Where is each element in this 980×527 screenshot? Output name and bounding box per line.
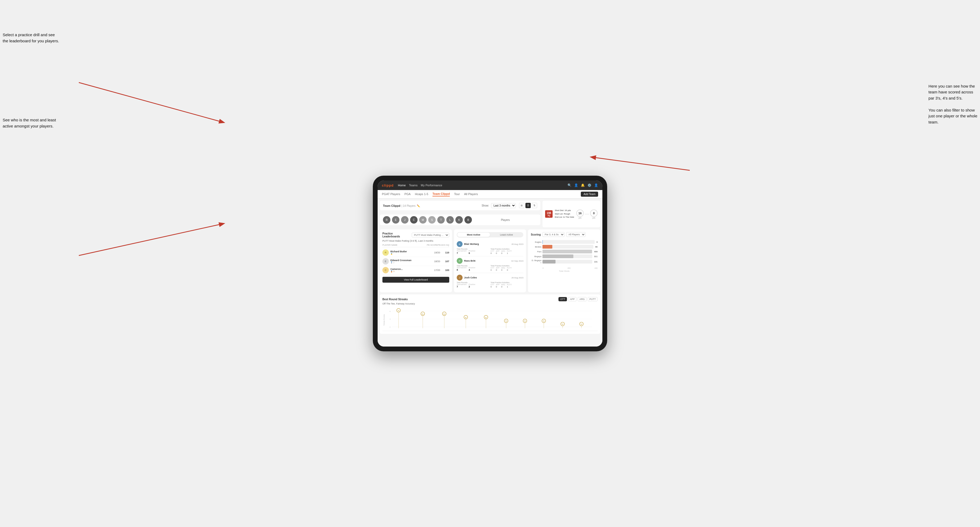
edit-icon[interactable]: ✏️ <box>417 205 420 207</box>
avatar-7: T <box>437 216 445 224</box>
leaderboard-row-2: E Edward Crossman 🥈 2 18/20 107 <box>382 257 449 266</box>
nav-performance[interactable]: My Performance <box>421 184 442 187</box>
players-label: Players <box>501 219 510 221</box>
view-leaderboard-button[interactable]: View Full Leaderboard <box>382 277 449 283</box>
activity-name-3: Josh Coles <box>464 276 510 279</box>
avatar-4: C <box>410 216 418 224</box>
activity-avatar-2: R <box>457 258 463 264</box>
main-content: Team Clippd | 14 Players ✏️ Show: Last 3… <box>378 198 602 346</box>
svg-text:4x: 4x <box>524 320 526 322</box>
axis-title: Total Shots <box>531 270 598 272</box>
activity-player-1: B Blair McHarg 26 Aug 2023 Total Rounds … <box>457 240 523 256</box>
list-view-btn[interactable]: ☰ <box>525 203 531 208</box>
activity-player-1-header: B Blair McHarg 26 Aug 2023 <box>457 241 523 247</box>
svg-line-1 <box>79 224 224 256</box>
least-active-toggle[interactable]: Least Active <box>490 233 523 237</box>
team-header: Team Clippd | 14 Players ✏️ Show: Last 3… <box>380 201 540 210</box>
filter-ott[interactable]: OTT <box>558 297 567 301</box>
nav-icons: 🔍 👤 🔔 ⚙️ 👤 <box>568 183 598 187</box>
nav-links: Home Teams My Performance <box>398 184 442 187</box>
annotation-bottom-left: See who is the most and least active amo… <box>3 117 56 129</box>
most-active-toggle[interactable]: Most Active <box>457 233 490 237</box>
svg-text:4: 4 <box>390 319 391 320</box>
annotation-top-left: Select a practice drill and see the lead… <box>3 32 59 44</box>
chart-axis: 0 200 400 <box>531 267 598 269</box>
tablet-frame: clippd Home Teams My Performance 🔍 👤 🔔 ⚙… <box>373 176 607 351</box>
team-info: Team Clippd | 14 Players ✏️ <box>383 203 420 208</box>
score-info: Shot Dist: 16 yds Start Lie: Rough End L… <box>555 209 574 219</box>
svg-text:3x: 3x <box>562 323 564 325</box>
avatar-3: J <box>401 216 409 224</box>
activity-name-2: Rees Britt <box>464 259 510 262</box>
score-circle-2: 0 yds <box>590 210 598 219</box>
leaderboard-header: PLAYER NAME PB SCORE PB AVG SQ <box>382 244 449 247</box>
players-row: R E J C M S T L K B Players <box>380 214 540 225</box>
activity-date-1: 26 Aug 2023 <box>511 243 523 245</box>
scoring-header: Scoring Par 3, 4 & 5s Par 3s Par 4s Par … <box>531 232 598 237</box>
svg-text:6x: 6x <box>444 313 445 315</box>
score-connector: — <box>585 211 589 216</box>
svg-line-2 <box>591 157 690 170</box>
filter-app[interactable]: APP <box>568 297 577 301</box>
search-icon[interactable]: 🔍 <box>568 183 571 187</box>
grid-view-btn[interactable]: ⊞ <box>519 203 524 208</box>
add-team-button[interactable]: Add Team <box>581 192 598 197</box>
filter-putt[interactable]: PUTT <box>588 297 598 301</box>
activity-name-1: Blair McHarg <box>464 243 510 245</box>
activity-avatar-3: J <box>457 275 463 281</box>
bar-chart: Eagles 3 Birdies 96 <box>531 239 598 266</box>
avatar-8: L <box>446 216 454 224</box>
show-select[interactable]: Last 3 months Last month Last 6 months L… <box>491 203 516 208</box>
tab-hcaps[interactable]: Hcaps 1-5 <box>415 192 428 196</box>
score-display: 198 SQ Shot Dist: 16 yds Start Lie: Roug… <box>542 201 600 227</box>
sort-view-btn[interactable]: ⇅ <box>532 203 537 208</box>
scoring-panel: Scoring Par 3, 4 & 5s Par 3s Par 4s Par … <box>528 229 600 292</box>
activity-panel: Most Active Least Active B Blair McHarg … <box>454 229 526 292</box>
svg-text:Fairway Accuracy: Fairway Accuracy <box>383 314 385 325</box>
player-info-3: Cameron... 🥉 3 <box>390 268 433 273</box>
tab-tour[interactable]: Tour <box>454 192 460 196</box>
bell-icon[interactable]: 🔔 <box>581 183 585 187</box>
top-left: Team Clippd | 14 Players ✏️ Show: Last 3… <box>380 201 540 227</box>
activity-player-3-header: J Josh Coles 26 Aug 2023 <box>457 275 523 281</box>
panel-header: Practice Leaderboards PUTT Must Make Put… <box>382 232 449 238</box>
player-avatar-3: C <box>382 267 389 273</box>
activity-player-2-header: R Rees Britt 02 Sep 2023 <box>457 258 523 264</box>
tablet-screen: clippd Home Teams My Performance 🔍 👤 🔔 ⚙… <box>378 181 602 346</box>
bar-bogeys: Bogeys 311 <box>531 254 598 258</box>
svg-text:5x: 5x <box>485 317 487 318</box>
settings-icon[interactable]: ⚙️ <box>587 183 592 187</box>
nav-home[interactable]: Home <box>398 184 406 187</box>
svg-line-0 <box>79 83 224 122</box>
tab-pga[interactable]: PGA <box>404 192 410 196</box>
activity-stats-2: Total Rounds Tournament 8 Practice 4 <box>457 265 523 271</box>
bar-birdies: Birdies 96 <box>531 245 598 249</box>
practice-leaderboard-panel: Practice Leaderboards PUTT Must Make Put… <box>380 229 452 292</box>
activity-stats-1: Total Rounds Tournament 7 Practice 6 <box>457 248 523 254</box>
svg-text:2: 2 <box>390 326 391 328</box>
tab-team-clippd[interactable]: Team Clippd <box>433 192 450 197</box>
score-circles: 16 yds — 0 yds <box>576 210 598 219</box>
scoring-par-filter[interactable]: Par 3, 4 & 5s Par 3s Par 4s Par 5s <box>542 232 565 237</box>
avatar-6: S <box>428 216 436 224</box>
best-rounds-title: Best Round Streaks <box>382 298 408 301</box>
team-count: | 14 Players <box>402 205 416 207</box>
score-red-box: 198 SQ <box>545 210 552 218</box>
svg-text:4x: 4x <box>543 320 545 322</box>
filter-arg[interactable]: ARG <box>578 297 587 301</box>
tab-all-players[interactable]: All Players <box>464 192 478 196</box>
best-rounds-subtitle: Off The Tee, Fairway Accuracy <box>382 302 598 305</box>
nav-teams[interactable]: Teams <box>409 184 418 187</box>
tab-pgat[interactable]: PGAT Players <box>382 192 400 196</box>
user-icon[interactable]: 👤 <box>574 183 578 187</box>
avatar-icon[interactable]: 👤 <box>594 183 598 187</box>
score-circle-1: 16 yds <box>576 210 584 219</box>
svg-text:6x: 6x <box>422 313 424 315</box>
leaderboard-dropdown[interactable]: PUTT Must Make Putting ... <box>412 233 449 237</box>
svg-text:3x: 3x <box>581 323 582 325</box>
best-rounds-section: Best Round Streaks OTT APP ARG PUTT Off … <box>380 294 600 334</box>
top-row: Team Clippd | 14 Players ✏️ Show: Last 3… <box>380 201 600 227</box>
player-info-2: Edward Crossman 🥈 2 <box>390 259 433 264</box>
scoring-player-filter[interactable]: All Players <box>566 232 585 237</box>
activity-player-3: J Josh Coles 26 Aug 2023 Total Rounds To… <box>457 273 523 290</box>
